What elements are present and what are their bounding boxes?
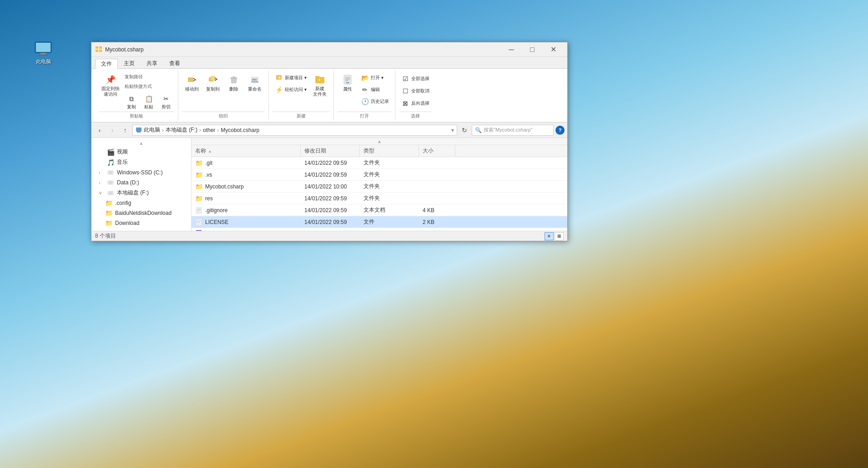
copy-to-button[interactable]: 复制到: [203, 72, 223, 94]
table-row[interactable]: 📁 Mycobot.csharp 14/01/2022 10:00 文件夹: [192, 181, 567, 193]
folder-download-icon: 📁: [105, 219, 112, 227]
ribbon-tabs: 文件 主页 共享 查看: [91, 57, 567, 69]
svg-rect-10: [211, 76, 215, 80]
paste-shortcut-btn[interactable]: 粘贴快捷方式: [123, 83, 153, 90]
open-label: 打开: [338, 112, 391, 119]
folder-res-icon: 📁: [195, 195, 202, 202]
forward-button[interactable]: ›: [107, 125, 118, 136]
col-type[interactable]: 类型: [360, 145, 419, 157]
new-item-button[interactable]: ✦ 新建项目 ▾: [273, 72, 309, 83]
svg-rect-2: [40, 53, 46, 55]
select-label: 选择: [399, 112, 432, 119]
music-icon: 🎵: [107, 159, 114, 166]
invert-select-button[interactable]: ⊠ 反向选择: [399, 98, 432, 109]
file-type-git: 文件夹: [360, 157, 419, 168]
tab-share[interactable]: 共享: [141, 58, 163, 68]
main-content: ▲ 🎬 视频 🎵 音乐 › Windows-SSD (C:) ›: [91, 138, 567, 231]
cut-button[interactable]: ✂ 剪切: [158, 93, 174, 112]
desktop-icon-computer[interactable]: 此电脑: [27, 41, 59, 65]
move-to-button[interactable]: 移动到: [182, 72, 202, 94]
desktop-icon-label: 此电脑: [36, 58, 51, 65]
tab-home[interactable]: 主页: [118, 58, 141, 68]
svg-rect-16: [251, 81, 258, 82]
svg-rect-5: [99, 46, 102, 49]
paste-button[interactable]: 📋 粘贴: [141, 93, 157, 112]
invert-icon: ⊠: [401, 99, 409, 107]
properties-button[interactable]: ✓ 属性: [338, 72, 358, 98]
sidebar-item-local-f[interactable]: ∨ 本地磁盘 (F:): [91, 188, 191, 198]
file-name-git: 📁 .git: [192, 158, 301, 168]
path-part-0: 此电脑: [144, 126, 160, 134]
sidebar-item-data-d[interactable]: › Data (D:): [91, 178, 191, 188]
table-row[interactable]: 📁 res 14/01/2022 09:59 文件夹: [192, 193, 567, 204]
close-button[interactable]: ✕: [543, 42, 564, 57]
sidebar-item-windows-ssd[interactable]: › Windows-SSD (C:): [91, 168, 191, 178]
sidebar-item-music[interactable]: 🎵 音乐: [91, 157, 191, 168]
help-button[interactable]: ?: [555, 126, 565, 135]
new-folder-button[interactable]: + 新建文件夹: [310, 72, 330, 99]
copy-button[interactable]: ⧉ 复制: [123, 93, 140, 112]
open-icon: 📂: [361, 74, 369, 82]
refresh-button[interactable]: ↻: [459, 125, 470, 136]
deselect-all-button[interactable]: ☐ 全部取消: [399, 86, 432, 97]
edit-button[interactable]: ✏ 编辑: [358, 84, 391, 95]
open-button[interactable]: 📂 打开 ▾: [358, 72, 391, 83]
svg-rect-8: [188, 77, 193, 82]
tab-view[interactable]: 查看: [163, 58, 186, 68]
select-all-button[interactable]: ☑ 全部选择: [399, 73, 432, 84]
history-button[interactable]: 🕐 历史记录: [358, 96, 391, 107]
new-item-icon: ✦: [275, 74, 283, 82]
copy-path-btn[interactable]: 复制路径: [123, 73, 144, 81]
history-icon: 🕐: [361, 97, 369, 106]
folder-mycobot-file-icon: 📁: [195, 183, 202, 190]
table-row[interactable]: 📁 .git 14/01/2022 09:59 文件夹: [192, 157, 567, 169]
col-name[interactable]: 名称 ▲: [192, 145, 301, 157]
sidebar-item-config[interactable]: 📁 .config: [91, 198, 191, 208]
col-date[interactable]: 修改日期: [301, 145, 360, 157]
svg-rect-11: [232, 78, 236, 83]
up-button[interactable]: ↑: [120, 125, 131, 136]
search-box[interactable]: 🔍 搜索"Mycobot.csharp": [472, 125, 554, 136]
svg-rect-42: [196, 207, 202, 214]
file-date-gitignore: 14/01/2022 09:59: [301, 205, 360, 215]
item-count: 8 个项目: [95, 232, 116, 240]
path-part-2: other: [203, 127, 215, 133]
file-name-res: 📁 res: [192, 193, 301, 204]
ribbon: 📌 固定到快速访问 复制路径 粘贴快捷方式 ⧉ 复制: [91, 69, 567, 122]
edit-icon: ✏: [361, 86, 369, 94]
pc-icon: [136, 127, 142, 133]
paste-icon: 📋: [145, 95, 153, 103]
delete-button[interactable]: 删除: [224, 72, 244, 94]
sidebar-item-download[interactable]: 📁 Download: [91, 218, 191, 228]
file-gitignore-icon: [195, 207, 202, 214]
pin-button[interactable]: 📌 固定到快速访问: [99, 72, 122, 99]
tile-view-button[interactable]: ⊞: [555, 232, 564, 240]
rename-button[interactable]: abc 重命名: [245, 72, 265, 94]
file-size-gitignore: 4 KB: [419, 205, 455, 215]
file-size-mycobot: [419, 185, 455, 188]
copy-to-icon: [207, 74, 218, 85]
easy-access-button[interactable]: ⚡ 轻松访问 ▾: [273, 84, 309, 95]
col-size[interactable]: 大小: [419, 145, 455, 157]
ribbon-group-select: ☑ 全部选择 ☐ 全部取消 ⊠ 反向选择 选择: [395, 71, 435, 120]
file-type-gitignore: 文本文档: [360, 204, 419, 216]
sidebar-item-baidunetdisk[interactable]: 📁 BaiduNetdiskDownload: [91, 208, 191, 218]
table-row[interactable]: LICENSE 14/01/2022 09:59 文件 2 KB: [192, 216, 567, 228]
svg-rect-3: [39, 55, 48, 56]
svg-rect-13: [233, 76, 235, 78]
svg-text:✦: ✦: [278, 75, 281, 80]
back-button[interactable]: ‹: [94, 125, 105, 136]
tab-file[interactable]: 文件: [95, 59, 118, 69]
folder-vs-icon: 📁: [195, 171, 202, 178]
detail-view-button[interactable]: ≡: [545, 232, 554, 240]
copy-icon: ⧉: [127, 95, 136, 103]
table-row[interactable]: 📁 .vs 14/01/2022 09:59 文件夹: [192, 169, 567, 181]
minimize-button[interactable]: ─: [501, 42, 522, 57]
address-path[interactable]: 此电脑 › 本地磁盘 (F:) › other › Mycobot.csharp…: [132, 125, 457, 136]
file-date-license: 14/01/2022 09:59: [301, 217, 360, 227]
maximize-button[interactable]: □: [522, 42, 543, 57]
table-row[interactable]: .gitignore 14/01/2022 09:59 文本文档 4 KB: [192, 204, 567, 216]
sidebar-item-videos[interactable]: 🎬 视频: [91, 147, 191, 157]
file-date-res: 14/01/2022 09:59: [301, 193, 360, 203]
new-content: ✦ 新建项目 ▾ ⚡ 轻松访问 ▾ + 新建文件夹: [273, 71, 330, 112]
